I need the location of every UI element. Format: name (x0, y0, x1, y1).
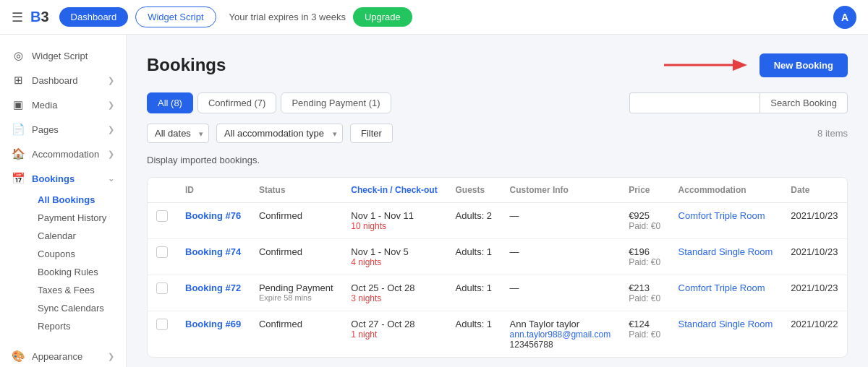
row-accommodation: Standard Single Room (670, 239, 783, 275)
col-checkin: Check-in / Check-out (342, 178, 446, 203)
bookings-submenu: All Bookings Payment History Calendar Co… (0, 191, 126, 335)
row-checkbox[interactable] (156, 319, 168, 330)
chevron-icon: ❯ (108, 352, 114, 361)
sidebar-item-widget-script[interactable]: ◎ Widget Script (0, 43, 126, 68)
row-customer: — (501, 275, 621, 311)
bookings-table: ID Status Check-in / Check-out Guests Cu… (147, 177, 848, 358)
price-value: €196 (629, 246, 660, 257)
row-checkbox-cell[interactable] (148, 203, 176, 239)
booking-link[interactable]: Booking #72 (185, 282, 241, 293)
row-id: Booking #72 (176, 275, 250, 311)
row-checkbox-cell[interactable] (148, 275, 176, 311)
accommodation-filter[interactable]: All accommodation type (216, 124, 343, 143)
sidebar-sub-payment-history[interactable]: Payment History (32, 209, 126, 227)
status-text: Confirmed (259, 319, 333, 329)
accommodation-filter-wrap: All accommodation type (216, 124, 343, 143)
sidebar-sub-calendar[interactable]: Calendar (32, 227, 126, 245)
paid-value: Paid: €0 (629, 329, 660, 340)
sidebar-sub-all-bookings[interactable]: All Bookings (32, 191, 126, 209)
checkin-dates: Oct 25 - Oct 28 (351, 282, 438, 293)
sidebar-item-label: Pages (32, 124, 59, 135)
widget-icon: ◎ (12, 49, 25, 62)
booking-link[interactable]: Booking #74 (185, 246, 241, 257)
row-checkbox-cell[interactable] (148, 239, 176, 275)
menu-icon[interactable]: ☰ (12, 9, 23, 25)
row-id: Booking #69 (176, 311, 250, 358)
sidebar-item-bookings[interactable]: 📅 Bookings ⌄ (0, 166, 126, 191)
tab-pending[interactable]: Pending Payment (1) (281, 92, 391, 113)
chevron-icon: ❯ (108, 100, 114, 110)
price-value: €124 (629, 319, 660, 329)
page-title: Bookings (147, 55, 226, 75)
dashboard-button[interactable]: Dashboard (59, 7, 129, 27)
appearance-icon: 🎨 (12, 350, 25, 363)
nights: 10 nights (351, 221, 438, 231)
col-checkbox (148, 178, 176, 203)
sidebar-item-pages[interactable]: 📄 Pages ❯ (0, 117, 126, 142)
media-icon: ▣ (12, 98, 25, 111)
filter-button[interactable]: Filter (350, 124, 393, 143)
customer-name: — (510, 210, 612, 221)
booking-link[interactable]: Booking #69 (185, 319, 241, 329)
table: ID Status Check-in / Check-out Guests Cu… (148, 178, 847, 357)
nights: 1 night (351, 329, 438, 340)
upgrade-button[interactable]: Upgrade (353, 7, 412, 27)
row-status: Pending Payment Expire 58 mins (250, 275, 342, 311)
accommodation-link[interactable]: Standard Single Room (678, 246, 773, 257)
sidebar-sub-sync-calendars[interactable]: Sync Calendars (32, 299, 126, 317)
price-value: €213 (629, 282, 660, 293)
new-booking-button[interactable]: New Booking (760, 53, 848, 77)
layout: ◎ Widget Script ⊞ Dashboard ❯ ▣ Media ❯ … (0, 35, 868, 367)
table-row: Booking #69 Confirmed Oct 27 - Oct 28 1 … (148, 311, 847, 358)
red-arrow-svg (664, 52, 751, 78)
row-accommodation: Comfort Triple Room (670, 203, 783, 239)
sidebar-item-accommodation[interactable]: 🏠 Accommodation ❯ (0, 142, 126, 166)
booking-link[interactable]: Booking #76 (185, 210, 241, 221)
status-text: Confirmed (259, 210, 333, 221)
date-filter[interactable]: All dates (147, 124, 209, 143)
customer-phone: 123456788 (510, 340, 612, 350)
sidebar-item-label: Accommodation (32, 149, 99, 160)
widget-script-topbar-button[interactable]: Widget Script (135, 7, 216, 27)
accommodation-link[interactable]: Comfort Triple Room (678, 282, 765, 293)
row-checkbox[interactable] (156, 246, 168, 258)
svg-marker-1 (733, 59, 747, 71)
notice-bar: Display imported bookings. (147, 150, 848, 170)
col-id: ID (176, 178, 250, 203)
avatar[interactable]: A (833, 6, 856, 29)
row-date: 2021/10/23 (782, 239, 847, 275)
table-row: Booking #74 Confirmed Nov 1 - Nov 5 4 ni… (148, 239, 847, 275)
row-customer: — (501, 239, 621, 275)
row-checkbox-cell[interactable] (148, 311, 176, 358)
chevron-icon: ❯ (108, 150, 114, 159)
search-input[interactable] (629, 92, 760, 113)
sidebar-item-dashboard[interactable]: ⊞ Dashboard ❯ (0, 68, 126, 92)
tab-all[interactable]: All (8) (147, 92, 193, 113)
sidebar-sub-reports[interactable]: Reports (32, 317, 126, 335)
search-button[interactable]: Search Booking (760, 92, 848, 113)
bookings-icon: 📅 (12, 172, 25, 185)
sidebar-item-appearance[interactable]: 🎨 Appearance ❯ (0, 344, 126, 367)
sidebar-sub-coupons[interactable]: Coupons (32, 245, 126, 263)
topbar: ☰ B3 Dashboard Widget Script Your trial … (0, 0, 868, 35)
row-customer: Ann Taylor taylor ann.taylor988@gmail.co… (501, 311, 621, 358)
dashboard-icon: ⊞ (12, 74, 25, 87)
sidebar-sub-taxes-fees[interactable]: Taxes & Fees (32, 281, 126, 299)
main-content: Bookings New Booking All (8) Confirmed (… (127, 35, 868, 367)
row-checkbox[interactable] (156, 210, 168, 222)
price-value: €925 (629, 210, 660, 221)
sidebar-sub-booking-rules[interactable]: Booking Rules (32, 263, 126, 281)
row-checkbox[interactable] (156, 282, 168, 294)
row-id: Booking #74 (176, 239, 250, 275)
tab-confirmed[interactable]: Confirmed (7) (197, 92, 276, 113)
table-body: Booking #76 Confirmed Nov 1 - Nov 11 10 … (148, 203, 847, 358)
date-filter-wrap: All dates (147, 124, 209, 143)
row-status: Confirmed (250, 203, 342, 239)
checkin-dates: Nov 1 - Nov 5 (351, 246, 438, 257)
filters-bar: All dates All accommodation type Filter … (147, 124, 848, 143)
customer-name: — (510, 246, 612, 257)
sidebar-item-media[interactable]: ▣ Media ❯ (0, 92, 126, 117)
paid-value: Paid: €0 (629, 257, 660, 267)
accommodation-link[interactable]: Comfort Triple Room (678, 210, 765, 221)
accommodation-link[interactable]: Standard Single Room (678, 319, 773, 329)
